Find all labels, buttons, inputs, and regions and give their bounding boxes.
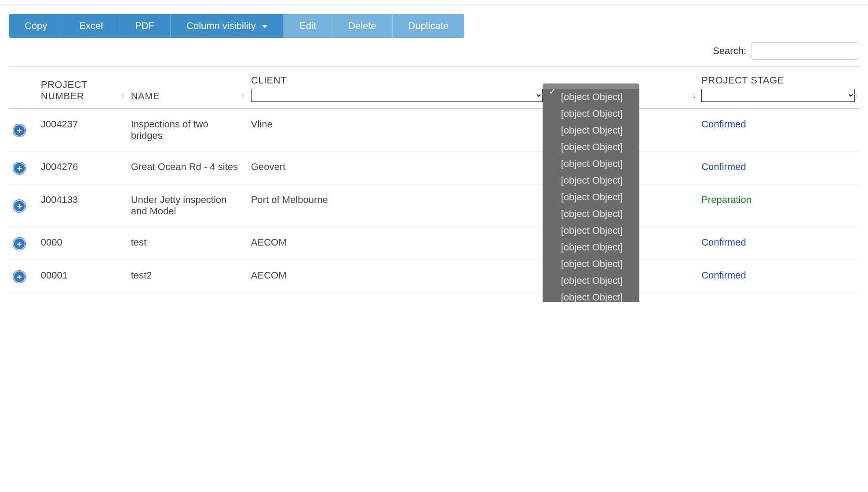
cell-project-stage: Confirmed bbox=[697, 152, 859, 184]
cell-client: AECOM bbox=[247, 260, 547, 293]
table-row[interactable]: +0000testAECOMConfirmed bbox=[9, 227, 859, 260]
dropdown-option[interactable]: [object Object] bbox=[543, 289, 639, 302]
dropdown-option[interactable]: [object Object] bbox=[543, 122, 639, 139]
cell-name: test bbox=[127, 227, 247, 260]
delete-button[interactable]: Delete bbox=[332, 14, 393, 38]
expand-row-button[interactable]: + bbox=[13, 200, 26, 212]
projects-table: PROJECT NUMBER ↑↓ NAME ↑↓ CLIENT ↑↓ PROJ… bbox=[9, 66, 859, 293]
table-row[interactable]: +J004237Inspections of two bridgesVlineC… bbox=[9, 109, 859, 152]
dropdown-option[interactable]: [object Object] bbox=[543, 139, 639, 156]
dropdown-option[interactable]: [object Object] bbox=[543, 89, 639, 105]
expand-row-button[interactable]: + bbox=[13, 124, 26, 137]
cell-name: test2 bbox=[127, 260, 247, 293]
table-row[interactable]: +J004276Great Ocean Rd - 4 sitesGeovertC… bbox=[9, 152, 859, 184]
header-label: PROJECT NUMBER bbox=[41, 79, 122, 102]
cell-client: AECOM bbox=[247, 227, 547, 260]
cell-client: Port of Melbourne bbox=[247, 184, 547, 227]
search-input[interactable] bbox=[751, 42, 859, 60]
cell-name: Great Ocean Rd - 4 sites bbox=[127, 152, 247, 184]
sort-icon: ↑↓ bbox=[120, 91, 123, 100]
search-container: Search: bbox=[9, 42, 859, 60]
dropdown-option[interactable]: [object Object] bbox=[543, 105, 639, 122]
dropdown-option[interactable]: [object Object] bbox=[543, 172, 639, 189]
dropdown-option[interactable]: [object Object] bbox=[543, 272, 639, 289]
search-label: Search: bbox=[713, 45, 746, 57]
table-row[interactable]: +00001test2AECOMConfirmed bbox=[9, 260, 859, 293]
sort-icon: ↑↓ bbox=[241, 91, 243, 100]
cell-name: Under Jetty inspection and Model bbox=[127, 184, 247, 227]
table-row[interactable]: +J004133Under Jetty inspection and Model… bbox=[9, 184, 859, 227]
pdf-button[interactable]: PDF bbox=[119, 14, 171, 38]
cell-client: Vline bbox=[247, 109, 547, 152]
stage-filter-select[interactable] bbox=[701, 89, 855, 102]
cell-project-stage: Confirmed bbox=[697, 227, 859, 260]
proj-mgr-dropdown[interactable]: [object Object][object Object][object Ob… bbox=[543, 83, 639, 302]
expand-row-button[interactable]: + bbox=[13, 162, 26, 174]
dropdown-option[interactable]: [object Object] bbox=[543, 156, 639, 172]
excel-button[interactable]: Excel bbox=[63, 14, 119, 38]
dropdown-option[interactable]: [object Object] bbox=[543, 256, 639, 272]
column-header-expand bbox=[9, 67, 36, 109]
cell-client: Geovert bbox=[247, 152, 547, 184]
header-label: CLIENT bbox=[251, 75, 543, 86]
cell-project-stage: Confirmed bbox=[697, 109, 859, 152]
expand-row-button[interactable]: + bbox=[13, 238, 26, 250]
cell-project-number: J004133 bbox=[36, 184, 127, 227]
caret-down-icon bbox=[262, 25, 267, 28]
cell-project-stage: Preparation bbox=[697, 184, 859, 227]
expand-row-button[interactable]: + bbox=[13, 271, 26, 283]
dropdown-option-blank[interactable] bbox=[543, 83, 639, 89]
dropdown-option[interactable]: [object Object] bbox=[543, 206, 639, 222]
dropdown-option[interactable]: [object Object] bbox=[543, 239, 639, 256]
sort-icon: ↑↓ bbox=[691, 91, 693, 100]
cell-project-number: J004237 bbox=[36, 109, 127, 152]
column-header-project-stage[interactable]: PROJECT STAGE ↑↓ bbox=[697, 67, 859, 109]
copy-button[interactable]: Copy bbox=[9, 14, 63, 38]
column-header-client[interactable]: CLIENT ↑↓ bbox=[247, 67, 547, 109]
column-visibility-button[interactable]: Column visibility bbox=[171, 14, 284, 38]
column-visibility-label: Column visibility bbox=[186, 20, 256, 31]
toolbar: Copy Excel PDF Column visibility Edit De… bbox=[9, 14, 859, 38]
dropdown-option[interactable]: [object Object] bbox=[543, 189, 639, 206]
cell-name: Inspections of two bridges bbox=[127, 109, 247, 152]
cell-project-number: 0000 bbox=[36, 227, 127, 260]
column-header-project-number[interactable]: PROJECT NUMBER ↑↓ bbox=[36, 67, 127, 109]
header-label: NAME bbox=[131, 90, 242, 102]
duplicate-button[interactable]: Duplicate bbox=[393, 14, 465, 38]
cell-project-number: 00001 bbox=[36, 260, 127, 293]
edit-button[interactable]: Edit bbox=[284, 14, 332, 38]
column-header-name[interactable]: NAME ↑↓ bbox=[127, 67, 247, 109]
header-label: PROJECT STAGE bbox=[701, 75, 855, 86]
cell-project-stage: Confirmed bbox=[697, 260, 859, 293]
client-filter-select[interactable] bbox=[251, 89, 543, 102]
dropdown-option[interactable]: [object Object] bbox=[543, 222, 639, 239]
cell-project-number: J004276 bbox=[36, 152, 127, 184]
sort-icon: ↑↓ bbox=[853, 91, 856, 100]
